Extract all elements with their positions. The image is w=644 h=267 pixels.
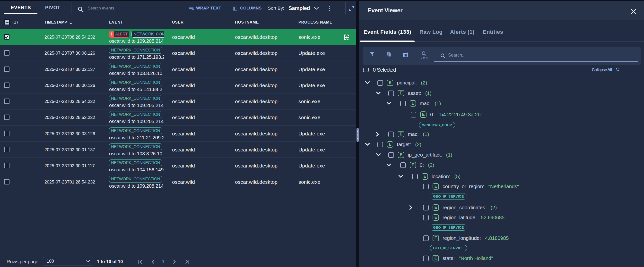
svg-text:UDM: UDM	[421, 56, 428, 59]
